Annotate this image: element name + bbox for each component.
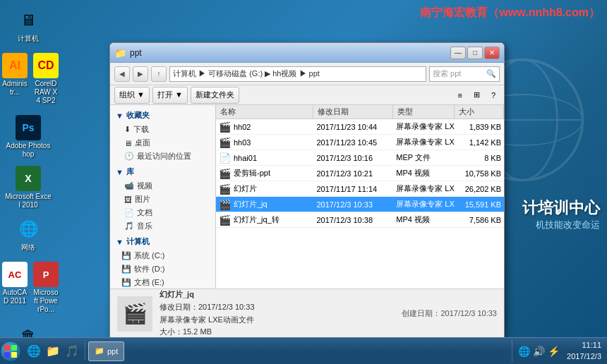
table-row[interactable]: 🎬 幻灯片_jq 2017/12/3 10:33 屏幕录像专家 LXE... 1… [216,197,504,212]
title-bar-text: ppt [130,48,450,58]
help-button[interactable]: ? [487,87,500,104]
desktop-icon-network[interactable]: 🌐 网络 [3,214,54,254]
file-icon: 🎬 [219,168,231,179]
file-date-cell: 2017/12/3 10:33 [313,200,393,209]
file-date-cell: 2017/11/17 11:14 [313,185,393,193]
maximize-button[interactable]: □ [467,47,483,59]
system-clock[interactable]: 11:11 2017/12/3 [563,340,601,362]
preview-button[interactable]: ⊞ [469,87,484,104]
music-icon: 🎵 [124,222,134,231]
file-type-cell: MP4 视频 [393,214,455,225]
taskbar-pinned-area: 🌐 📁 🎵 [21,343,85,360]
table-row[interactable]: 🎬 hh03 2017/11/23 10:45 屏幕录像专家 LXE... 1,… [216,135,504,150]
close-button[interactable]: ✕ [484,47,500,59]
computer-icon-label: 计算机 [18,35,39,43]
tray-volume-icon[interactable]: 🔊 [533,346,545,357]
view-button[interactable]: ≡ [453,87,466,104]
chevron-down-icon: ▼ [116,111,124,120]
pictures-icon: 🖼 [124,195,132,204]
forward-button[interactable]: ▶ [133,66,148,82]
start-button[interactable] [0,341,21,362]
file-name-cell: 🎬 hh02 [216,121,313,133]
address-bar[interactable]: 计算机 ▶ 可移动磁盘 (G:) ▶ hh视频 ▶ ppt [169,66,426,82]
table-row[interactable]: 🎬 幻灯片_jq_转 2017/12/3 10:38 MP4 视频 7,586 … [216,212,504,228]
ppt-icon-label: Microsoft PowerPo... [33,289,59,314]
taskbar-item-explorer[interactable]: 📁 ppt [88,341,124,361]
library-label: 库 [126,166,134,177]
favorites-header-label: 收藏夹 [126,110,150,121]
right-subtitle: 机技能改变命运 [522,219,600,231]
coreldraw-icon-label: CorelDRAW X4 SP2 [33,80,59,105]
back-button[interactable]: ◀ [114,66,130,82]
drive-e-label: 文档 (E:) [134,277,164,288]
computer-header[interactable]: ▼ 计算机 [110,234,215,249]
drive-c[interactable]: 💾 系统 (C:) [110,249,215,262]
file-name: hhai01 [234,154,257,162]
col-name-header[interactable]: 名称 [216,105,313,119]
desktop-icon-autocad[interactable]: AC AutoCAD 2011 [0,260,30,316]
sidebar-item-download[interactable]: ⬇ 下载 [110,123,215,136]
table-row[interactable]: 📄 hhai01 2017/12/3 10:16 MEP 文件 8 KB [216,150,504,166]
table-row[interactable]: 🎬 幻灯片 2017/11/17 11:14 屏幕录像专家 LXE... 26,… [216,181,504,197]
search-box[interactable]: 搜索 ppt 🔍 [429,66,500,82]
desktop-icon-ai[interactable]: AI Administr... [0,51,30,107]
main-content: ▼ 收藏夹 ⬇ 下载 🖥 桌面 🕐 最近访问的位置 [110,105,504,289]
desktop-icon-photoshop[interactable]: Ps Adobe Photoshop [3,113,54,161]
minimize-button[interactable]: — [450,47,466,59]
search-icon: 🔍 [486,69,496,78]
drive-e-icon: 💾 [121,278,131,287]
drive-e[interactable]: 💾 文档 (E:) [110,276,215,289]
open-button[interactable]: 打开 ▼ [152,87,188,104]
sidebar-item-video[interactable]: 📹 视频 [110,179,215,193]
col-type-header[interactable]: 类型 [393,105,455,119]
new-folder-button[interactable]: 新建文件夹 [191,87,239,104]
desktop-icon-ppt[interactable]: P Microsoft PowerPo... [31,260,61,316]
table-row[interactable]: 🎬 hh02 2017/11/23 10:44 屏幕录像专家 LXE... 1,… [216,119,504,135]
organize-button[interactable]: 组织 ▼ [114,87,150,104]
col-size-header[interactable]: 大小 [455,105,504,119]
taskbar-ie-icon[interactable]: 🌐 [25,343,42,360]
svg-rect-6 [4,352,10,358]
title-bar-icon: 📁 [114,47,126,59]
file-size-cell: 1,839 KB [455,123,504,131]
title-bar: 📁 ppt — □ ✕ [110,43,504,63]
tray-network-icon[interactable]: 🌐 [518,346,530,357]
file-type-cell: 屏幕录像专家 LXE... [393,199,455,210]
file-icon: 🎬 [219,214,231,226]
library-section: ▼ 库 📹 视频 🖼 图片 📄 文档 [110,164,215,233]
table-row[interactable]: 🎬 爱剪辑-ppt 2017/12/3 10:21 MP4 视频 10,758 … [216,166,504,181]
desktop-icon-coreldraw[interactable]: CD CorelDRAW X4 SP2 [31,51,61,107]
video-icon: 📹 [124,181,134,190]
preview-icon: 🎬 [117,296,152,332]
file-name-cell: 🎬 幻灯片 [216,183,313,195]
drive-d[interactable]: 💾 软件 (D:) [110,262,215,276]
col-date-header[interactable]: 修改日期 [313,105,393,119]
taskbar-explorer-icon[interactable]: 📁 [44,343,61,360]
ai-icon: AI [2,53,28,78]
sidebar-item-desktop[interactable]: 🖥 桌面 [110,136,215,150]
window-controls: — □ ✕ [450,47,500,59]
file-name: 幻灯片_jq [234,199,268,210]
status-create: 创建日期：2017/12/3 10:33 [332,308,497,319]
favorites-header[interactable]: ▼ 收藏夹 [110,108,215,123]
sidebar-item-pictures[interactable]: 🖼 图片 [110,193,215,206]
tray-power-icon[interactable]: ⚡ [548,346,560,357]
file-size-cell: 1,142 KB [455,138,504,147]
ai-icon-label: Administr... [2,80,28,97]
icon-row-2: AC AutoCAD 2011 P Microsoft PowerPo... [0,257,56,319]
organize-label: 组织 ▼ [119,90,145,100]
file-name-cell: 🎬 hh03 [216,137,313,148]
sidebar-item-music[interactable]: 🎵 音乐 [110,219,215,233]
taskbar-media-icon[interactable]: 🎵 [64,343,80,360]
file-date-cell: 2017/11/23 10:44 [313,123,393,131]
sidebar-item-documents[interactable]: 📄 文档 [110,206,215,219]
chevron-down-icon2: ▼ [116,168,124,176]
library-header[interactable]: ▼ 库 [110,164,215,179]
desktop-icon-computer[interactable]: 🖥 计算机 [3,6,54,45]
action-toolbar: 组织 ▼ 打开 ▼ 新建文件夹 ≡ ⊞ ? [110,85,504,105]
up-button[interactable]: ↑ [151,66,167,82]
sidebar-item-recent[interactable]: 🕐 最近访问的位置 [110,150,215,163]
excel-icon-label: Microsoft Excel 2010 [5,193,52,210]
desktop-icon-excel[interactable]: X Microsoft Excel 2010 [3,164,54,212]
file-type-cell: 屏幕录像专家 LXE... [393,121,455,132]
